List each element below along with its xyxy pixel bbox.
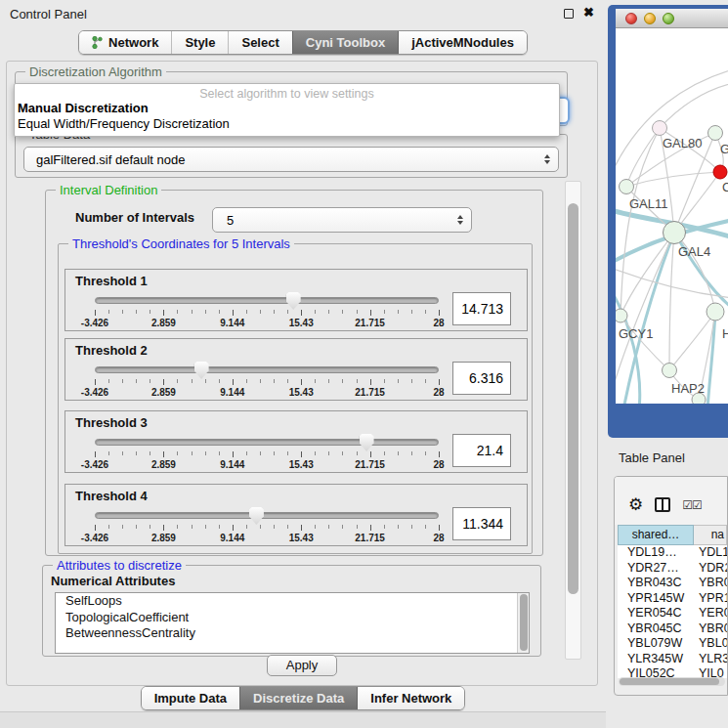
slider-handle[interactable] bbox=[360, 434, 374, 451]
slider-handle[interactable] bbox=[286, 292, 301, 310]
tab-cyni-toolbox[interactable]: Cyni Toolbox bbox=[292, 31, 398, 54]
list-item[interactable]: BetweennessCentrality bbox=[56, 625, 529, 642]
column-header-shared-name[interactable]: shared… bbox=[618, 525, 694, 545]
network-node[interactable] bbox=[620, 180, 634, 194]
table-row[interactable]: YBR043CYBR0 bbox=[618, 576, 727, 591]
threshold-value-field[interactable]: 6.316 bbox=[452, 362, 511, 395]
threshold-slider[interactable]: -3.4262.8599.14415.4321.71528 bbox=[95, 508, 439, 545]
group-title: Discretization Algorithm bbox=[25, 64, 166, 79]
select-all-checkbox-icon[interactable]: ☑☑ bbox=[682, 498, 702, 512]
table-row[interactable]: YER054CYER0 bbox=[618, 606, 727, 621]
dropdown-option-manual[interactable]: Manual Discretization bbox=[15, 101, 559, 116]
cell-name[interactable]: YBR0 bbox=[694, 621, 727, 637]
thresholds-group: Threshold's Coordinates for 5 Intervals … bbox=[58, 243, 533, 554]
table-row[interactable]: YDL19…YDL1 bbox=[618, 545, 727, 561]
network-node[interactable] bbox=[653, 121, 667, 136]
slider-track[interactable] bbox=[95, 297, 439, 304]
network-node-label: GA bbox=[720, 142, 728, 156]
columns-icon[interactable] bbox=[655, 497, 670, 512]
table-row[interactable]: YBL079WYBL0 bbox=[618, 636, 727, 652]
table-data-select[interactable]: galFiltered.sif default node bbox=[23, 147, 559, 172]
column-header-name[interactable]: na bbox=[694, 525, 727, 545]
scrollbar-thumb[interactable] bbox=[520, 594, 528, 651]
tab-select[interactable]: Select bbox=[228, 31, 291, 54]
gear-icon[interactable]: ⚙ bbox=[628, 496, 643, 513]
cell-shared-name[interactable]: YER054C bbox=[618, 606, 694, 621]
cell-shared-name[interactable]: YBL079W bbox=[618, 636, 694, 652]
attributes-scrollbar[interactable] bbox=[517, 593, 529, 653]
table-header-row: shared… na bbox=[618, 525, 727, 545]
threshold-value-field[interactable]: 21.4 bbox=[452, 434, 511, 467]
threshold-panel-2: Threshold 2 -3.4262.8599.14415.4321.7152… bbox=[64, 338, 528, 401]
tab-network[interactable]: Network bbox=[79, 31, 171, 54]
tab-infer-network[interactable]: Infer Network bbox=[357, 687, 464, 709]
slider-track[interactable] bbox=[95, 439, 439, 446]
scrollbar-thumb[interactable] bbox=[620, 678, 719, 685]
cell-name[interactable]: YDR2 bbox=[694, 561, 727, 577]
network-node[interactable] bbox=[664, 222, 686, 244]
network-node-label: GAL80 bbox=[663, 136, 702, 150]
threshold-slider[interactable]: -3.4262.8599.14415.4321.71528 bbox=[95, 435, 439, 472]
network-node[interactable] bbox=[616, 309, 627, 322]
slider-handle[interactable] bbox=[194, 362, 209, 379]
threshold-panel-4: Threshold 4 -3.4262.8599.14415.4321.7152… bbox=[64, 484, 528, 546]
panel-title: Control Panel bbox=[10, 7, 87, 21]
cyni-bottom-tab-row: Impute Data Discretize Data Infer Networ… bbox=[0, 686, 606, 710]
table-row[interactable]: YLR345WYLR3 bbox=[618, 652, 727, 667]
network-node-label: C bbox=[722, 180, 728, 194]
network-node[interactable] bbox=[663, 364, 677, 378]
slider-track[interactable] bbox=[95, 366, 439, 373]
cell-name[interactable]: YPR1 bbox=[694, 591, 727, 607]
network-canvas[interactable]: GAL80GACGAL11GAL4GCY1HHAP2 bbox=[616, 28, 728, 404]
list-item[interactable]: SelfLoops bbox=[56, 593, 529, 610]
tab-label: Style bbox=[185, 35, 215, 50]
tab-impute-data[interactable]: Impute Data bbox=[142, 687, 239, 709]
cell-shared-name[interactable]: YLR345W bbox=[618, 652, 694, 667]
close-traffic-icon[interactable] bbox=[625, 13, 637, 24]
window-titlebar[interactable] bbox=[616, 9, 728, 28]
dropdown-option-equal-width[interactable]: Equal Width/Frequency Discretization bbox=[15, 116, 559, 132]
cell-name[interactable]: YBL0 bbox=[694, 636, 727, 652]
tab-discretize-data[interactable]: Discretize Data bbox=[239, 687, 357, 709]
cell-shared-name[interactable]: YBR043C bbox=[618, 576, 694, 591]
table-horizontal-scrollbar[interactable] bbox=[619, 677, 725, 686]
network-node[interactable] bbox=[707, 303, 724, 321]
threshold-value-field[interactable]: 14.713 bbox=[452, 292, 511, 325]
threshold-slider[interactable]: -3.4262.8599.14415.4321.71528 bbox=[95, 293, 439, 330]
slider-handle[interactable] bbox=[249, 507, 264, 525]
table-row[interactable]: YPR145WYPR1 bbox=[618, 591, 727, 607]
content-scrollbar[interactable] bbox=[565, 181, 581, 660]
threshold-slider[interactable]: -3.4262.8599.14415.4321.71528 bbox=[95, 363, 439, 400]
control-panel: Control Panel ✖ Network Style Select bbox=[0, 0, 606, 728]
table-row[interactable]: YBR045CYBR0 bbox=[618, 621, 727, 637]
minimize-traffic-icon[interactable] bbox=[644, 13, 656, 24]
float-window-icon[interactable] bbox=[564, 9, 574, 19]
tab-label: Infer Network bbox=[370, 691, 451, 706]
cell-name[interactable]: YDL1 bbox=[694, 545, 727, 561]
tab-label: Select bbox=[241, 35, 278, 50]
slider-track[interactable] bbox=[95, 512, 439, 519]
tab-jactivemnodules[interactable]: jActiveMNodules bbox=[398, 31, 527, 54]
cell-name[interactable]: YER0 bbox=[694, 606, 727, 621]
cell-shared-name[interactable]: YDL19… bbox=[618, 545, 694, 561]
list-item[interactable]: TopologicalCoefficient bbox=[56, 610, 529, 626]
network-node[interactable] bbox=[708, 126, 723, 141]
table-row[interactable]: YDR27…YDR2 bbox=[618, 561, 727, 577]
zoom-traffic-icon[interactable] bbox=[663, 13, 674, 24]
group-title: Attributes to discretize bbox=[53, 558, 186, 573]
cell-shared-name[interactable]: YPR145W bbox=[618, 591, 694, 607]
number-of-intervals-select[interactable]: 5 bbox=[212, 207, 472, 233]
tab-style[interactable]: Style bbox=[171, 31, 228, 54]
network-node-label: GAL11 bbox=[629, 196, 668, 211]
tab-label: Cyni Toolbox bbox=[306, 35, 385, 50]
scrollbar-thumb[interactable] bbox=[568, 203, 578, 594]
threshold-value-field[interactable]: 11.344 bbox=[452, 507, 511, 540]
cell-name[interactable]: YBR0 bbox=[694, 576, 727, 591]
cell-name[interactable]: YLR3 bbox=[694, 652, 727, 667]
close-icon[interactable]: ✖ bbox=[583, 5, 594, 20]
cell-shared-name[interactable]: YBR045C bbox=[618, 621, 694, 637]
apply-button[interactable]: Apply bbox=[267, 655, 337, 676]
cell-shared-name[interactable]: YDR27… bbox=[618, 561, 694, 577]
attributes-list[interactable]: SelfLoops TopologicalCoefficient Between… bbox=[55, 592, 530, 654]
network-node[interactable] bbox=[713, 165, 727, 179]
